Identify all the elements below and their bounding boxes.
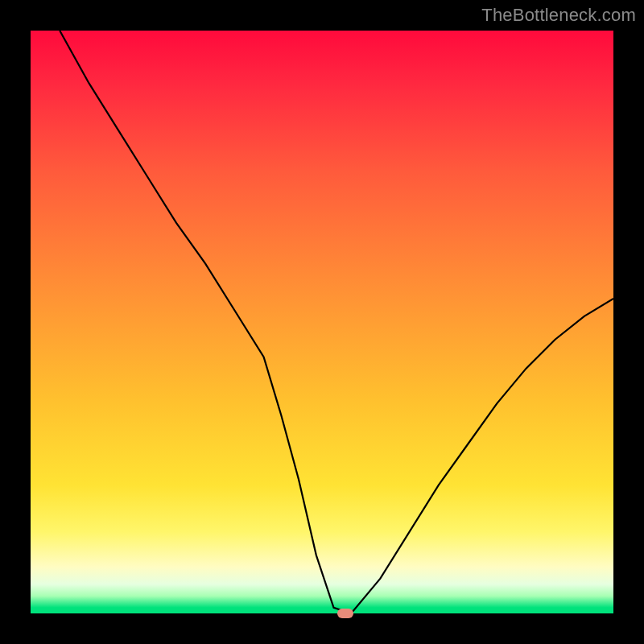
curve-svg [31, 31, 613, 613]
min-marker [337, 609, 353, 618]
plot-area [31, 31, 613, 613]
bottleneck-curve [60, 31, 613, 613]
watermark-text: TheBottleneck.com [481, 5, 636, 26]
chart-frame: TheBottleneck.com [0, 0, 644, 644]
